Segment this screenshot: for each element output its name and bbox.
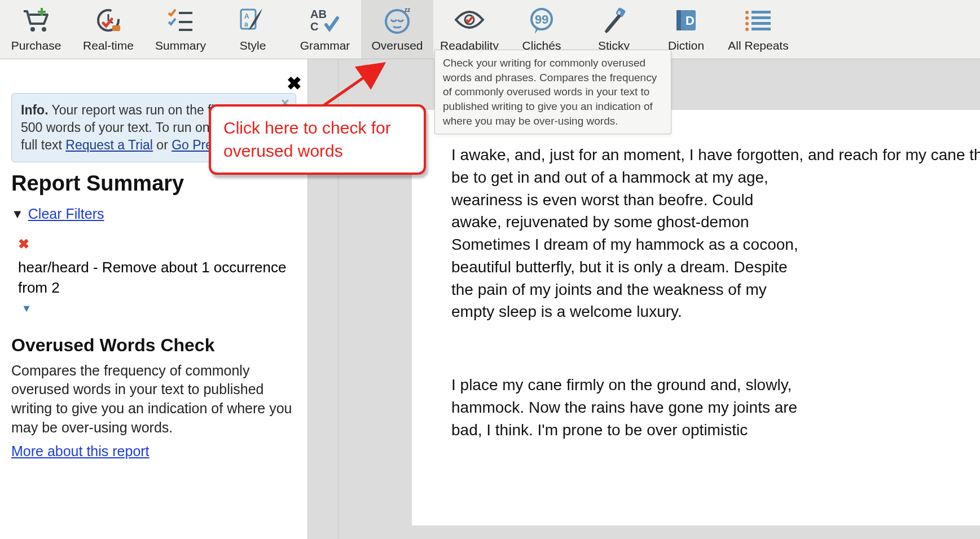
info-text: 500 words of your text. To run on the (21, 120, 231, 135)
report-title: Report Summary (11, 171, 296, 196)
svg-point-30 (745, 28, 749, 31)
sleepy-face-icon: zz (382, 6, 412, 34)
svg-text:AB: AB (310, 8, 327, 20)
svg-point-28 (745, 22, 749, 25)
toolbar-label: Style (240, 39, 266, 52)
cart-plus-icon (21, 6, 51, 34)
clock-check-icon (93, 6, 124, 34)
toolbar-label: Purchase (11, 39, 61, 52)
svg-rect-3 (38, 11, 46, 13)
svg-point-1 (42, 27, 46, 32)
clear-filters-link[interactable]: Clear Filters (28, 206, 104, 222)
overused-tooltip: Check your writing for commonly overused… (434, 50, 671, 134)
document-page[interactable]: I awake, and, just for an moment, I have… (412, 110, 980, 525)
svg-rect-31 (752, 28, 771, 30)
chevron-down-icon[interactable]: ▼ (21, 302, 32, 316)
filter-text: hear/heard - Remove about 1 occurrence f… (18, 257, 296, 298)
paragraph: I awake, and, just for an moment, I have… (451, 144, 980, 323)
paragraph: I place my cane firmly on the ground and… (451, 374, 980, 441)
svg-text:99: 99 (535, 12, 548, 26)
request-trial-link[interactable]: Request a Trial (65, 138, 153, 152)
svg-point-24 (745, 11, 749, 14)
svg-rect-25 (752, 11, 771, 14)
toolbar-realtime[interactable]: Real-time (72, 0, 144, 59)
toolbar-label: All Repeats (728, 39, 788, 52)
filter-item[interactable]: ✖ hear/heard - Remove about 1 occurrence… (11, 235, 296, 316)
clear-filters-row: ▼ Clear Filters (11, 206, 296, 222)
svg-rect-8 (179, 29, 192, 31)
toolbar-overused[interactable]: zz Overused (361, 0, 433, 59)
quote-bubble-icon: 99 (527, 6, 556, 34)
toolbar-label: Overused (371, 39, 423, 52)
svg-point-14 (386, 10, 408, 33)
close-icon[interactable]: ✖ (287, 73, 302, 94)
toolbar-allrepeats[interactable]: All Repeats (722, 0, 794, 59)
svg-rect-7 (179, 21, 192, 23)
section-description: Compares the frequency of commonly overu… (11, 361, 296, 438)
info-text: full text (21, 138, 65, 152)
info-prefix: Info. (21, 103, 49, 117)
toolbar-summary[interactable]: Summary (144, 0, 217, 59)
toolbar-label: Grammar (300, 39, 350, 52)
dictionary-icon: D (672, 6, 700, 34)
toolbar-label: Diction (668, 39, 704, 52)
svg-text:C: C (310, 20, 318, 33)
toolbar-label: Real-time (83, 39, 134, 52)
remove-filter-icon[interactable]: ✖ (18, 235, 29, 254)
svg-text:A: A (244, 12, 249, 20)
list-icon (744, 6, 773, 34)
svg-rect-27 (752, 16, 771, 19)
info-text: Your report was run on the first (49, 103, 229, 117)
more-about-link[interactable]: More about this report (11, 443, 150, 460)
toolbar-style[interactable]: A a Style (217, 0, 289, 59)
svg-text:zz: zz (405, 7, 410, 13)
toolbar-label: Summary (155, 39, 206, 52)
svg-rect-5 (112, 25, 120, 31)
toolbar-purchase[interactable]: Purchase (0, 0, 72, 59)
svg-text:D: D (685, 14, 695, 28)
checklist-icon (166, 6, 195, 34)
svg-text:a: a (244, 20, 248, 28)
annotation-callout: Click here to check for overused words (209, 104, 426, 175)
abc-check-icon: AB C (309, 6, 341, 34)
svg-rect-22 (676, 10, 681, 30)
toolbar-grammar[interactable]: AB C Grammar (289, 0, 361, 59)
svg-point-0 (30, 27, 35, 32)
quill-page-icon: A a (238, 6, 268, 34)
svg-point-26 (745, 16, 749, 20)
svg-rect-6 (179, 12, 192, 14)
brush-icon: s (600, 6, 628, 34)
filter-icon: ▼ (11, 207, 24, 222)
section-title: Overused Words Check (11, 335, 296, 356)
svg-rect-29 (752, 22, 771, 25)
eye-check-icon (454, 6, 485, 34)
info-or: or (153, 138, 172, 152)
